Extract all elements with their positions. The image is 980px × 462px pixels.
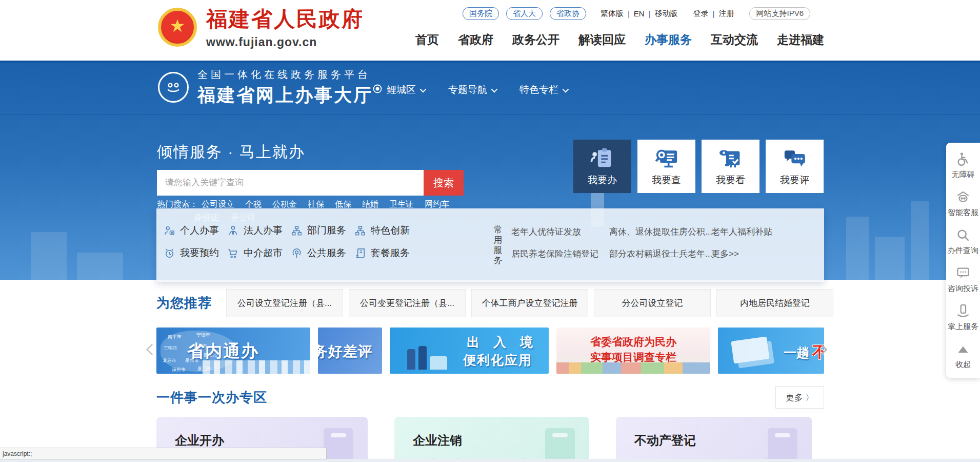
- menu-agency-market[interactable]: 中介超市: [227, 246, 291, 260]
- eye-checklist-icon: [718, 147, 743, 169]
- hero-section: 全国一体化在线政务服务平台 福建省网上办事大厅 鲤城区 专题导航 特色专栏 倾情…: [0, 61, 980, 280]
- platform-subtitle: 全国一体化在线政务服务平台: [197, 68, 373, 82]
- chevron-down-icon: [420, 86, 427, 92]
- building-decoration: [875, 237, 905, 282]
- nav-services[interactable]: 办事服务: [645, 32, 692, 48]
- phone-illustration: [545, 428, 575, 462]
- featured-column-dropdown[interactable]: 特色专栏: [519, 83, 567, 97]
- sidebar-mobile-service[interactable]: 掌上服务: [946, 299, 980, 337]
- chat-bubbles-icon: [783, 147, 807, 169]
- topic-nav-dropdown[interactable]: 专题导航: [448, 83, 496, 97]
- common-services-label: 常用服务: [493, 225, 503, 266]
- banner-one-trip[interactable]: 一趟不用: [718, 328, 824, 374]
- tile-i-want-to-view[interactable]: 我要看: [702, 140, 759, 193]
- banner-province-wide-service[interactable]: 南平市 宁德市 三明市 福州市 莆田市 龙岩市 泉州市 漳州市 厦门市 省内通办: [156, 328, 310, 374]
- platform-banner: 全国一体化在线政务服务平台 福建省网上办事大厅 鲤城区 专题导航 特色专栏: [0, 63, 980, 114]
- platform-logo-icon: [158, 72, 189, 103]
- menu-public-services[interactable]: 公共服务: [291, 246, 354, 260]
- one-thing-more-button[interactable]: 更多 〉: [775, 386, 824, 409]
- location-pin-icon: [372, 84, 383, 97]
- sidebar-consult-complaint[interactable]: 咨询投诉: [946, 261, 980, 299]
- sidebar-smart-service[interactable]: 智能客服: [946, 185, 980, 223]
- tile-i-want-to-review[interactable]: 我要评: [766, 140, 824, 193]
- recommend-item[interactable]: 分公司设立登记: [594, 289, 711, 317]
- org-chart-icon: [354, 225, 366, 237]
- menu-personal-services[interactable]: 个人办事: [164, 224, 227, 237]
- common-services-links: 老年人优待证发放 离休、退休提取住房公积... 老年人福利补贴 居民养老保险注销…: [511, 226, 772, 260]
- person-card-icon: [164, 225, 175, 237]
- site-logo[interactable]: ★ 福建省人民政府 www.fujian.gov.cn: [158, 5, 364, 49]
- link-mobile-version[interactable]: 移动版: [655, 9, 678, 18]
- building-decoration: [31, 232, 67, 282]
- nav-gov-affairs[interactable]: 政务公开: [512, 32, 559, 48]
- tile-i-want-to-apply[interactable]: 我要办: [573, 140, 631, 193]
- recommend-title: 为您推荐: [156, 294, 212, 312]
- platform-title: 福建省网上办事大厅: [197, 83, 373, 107]
- recommend-item[interactable]: 公司设立登记注册（县...: [226, 289, 343, 317]
- banner-entry-exit[interactable]: 出 入 境 便利化应用: [390, 328, 549, 374]
- recommend-item[interactable]: 个体工商户设立登记注册: [471, 289, 588, 317]
- common-link[interactable]: 居民养老保险注销登记: [511, 248, 609, 260]
- site-name: 福建省人民政府: [206, 5, 364, 33]
- recommend-item[interactable]: 公司变更登记注册（县...: [349, 289, 466, 317]
- card-business-cancellation[interactable]: 企业注销 企业注销一窗通办，减少企业跑动次数: [394, 417, 589, 462]
- menu-corporate-services[interactable]: 法人办事: [227, 224, 291, 237]
- common-link[interactable]: 部分农村籍退役士兵老年...: [609, 248, 711, 260]
- person-tie-icon: [227, 225, 239, 237]
- link-cppcc[interactable]: 省政协: [550, 7, 586, 20]
- nav-provincial-gov[interactable]: 省政府: [458, 32, 493, 48]
- phone-in-hand-icon: [955, 303, 971, 319]
- chevron-down-icon: [563, 86, 569, 92]
- sidebar-accessibility[interactable]: 无障碍: [946, 147, 980, 185]
- building-decoration: [911, 201, 929, 282]
- laptop-shape: [731, 336, 769, 363]
- float-sidebar: 无障碍 智能客服 办件查询 咨询投诉 掌上服务 收起: [946, 143, 980, 378]
- nav-interpretation[interactable]: 解读回应: [578, 32, 626, 48]
- chat-bubble-icon: [955, 265, 971, 281]
- card-real-estate-registration[interactable]: 不动产登记 不动产交易、办税、登记 全过程“一窗受理、一...: [616, 417, 812, 462]
- lang-en[interactable]: EN: [634, 9, 645, 18]
- recommend-item[interactable]: 内地居民结婚登记: [716, 289, 833, 317]
- menu-featured-innovation[interactable]: 特色创新: [354, 224, 418, 237]
- menu-department-services[interactable]: 部门服务: [291, 224, 354, 237]
- broadcast-icon: [291, 247, 303, 259]
- service-panel: 个人办事 法人办事 部门服务: [156, 208, 824, 282]
- menu-appointment[interactable]: 我要预约: [164, 246, 227, 260]
- login-link[interactable]: 登录: [693, 9, 709, 18]
- sidebar-case-inquiry[interactable]: 办件查询: [946, 223, 980, 261]
- common-more-link[interactable]: 更多>>: [711, 248, 772, 260]
- search-button[interactable]: 搜索: [424, 170, 464, 196]
- triangle-up-icon: [955, 341, 971, 357]
- sidebar-collapse[interactable]: 收起: [946, 337, 980, 375]
- carousel-prev-icon[interactable]: [146, 344, 158, 356]
- one-thing-title: 一件事一次办专区: [156, 389, 267, 407]
- site-header: ★ 福建省人民政府 www.fujian.gov.cn 国务院 省人大 省政协 …: [0, 0, 980, 61]
- clipboard-icon: [590, 147, 615, 169]
- city-skyline-shape: [556, 362, 710, 374]
- org-chart-icon: [291, 225, 303, 237]
- building-illustration: [768, 428, 797, 462]
- banner-service-rating[interactable]: 务好差评: [318, 328, 382, 374]
- common-link[interactable]: 老年人福利补贴: [711, 226, 772, 238]
- region-selector[interactable]: 鲤城区: [372, 83, 425, 97]
- nav-home[interactable]: 首页: [415, 32, 439, 48]
- ipv6-badge: 网站支持IPV6: [749, 7, 810, 20]
- building-decoration: [846, 217, 869, 282]
- common-link[interactable]: 离休、退休提取住房公积...: [609, 226, 711, 238]
- banner-carousel: 南平市 宁德市 三明市 福州市 莆田市 龙岩市 泉州市 漳州市 厦门市 省内通办…: [156, 328, 824, 374]
- search-input[interactable]: [157, 170, 424, 196]
- register-link[interactable]: 注册: [718, 9, 734, 18]
- building-decoration: [77, 253, 123, 282]
- lang-traditional[interactable]: 繁体版: [601, 9, 624, 18]
- link-provincial-congress[interactable]: 省人大: [506, 7, 543, 20]
- banner-livelihood-survey[interactable]: 省委省政府为民办 实事项目调查专栏: [556, 328, 710, 374]
- nav-about-fujian[interactable]: 走进福建: [777, 32, 824, 48]
- common-link[interactable]: 老年人优待证发放: [511, 226, 609, 238]
- national-emblem-icon: ★: [158, 8, 197, 47]
- link-state-council[interactable]: 国务院: [463, 7, 499, 20]
- tile-i-want-to-search[interactable]: 我要查: [637, 140, 695, 193]
- menu-package-services[interactable]: 套餐服务: [354, 246, 418, 260]
- search-icon: [955, 227, 971, 243]
- person-figure-shape: [418, 346, 427, 370]
- nav-interaction[interactable]: 互动交流: [711, 32, 758, 48]
